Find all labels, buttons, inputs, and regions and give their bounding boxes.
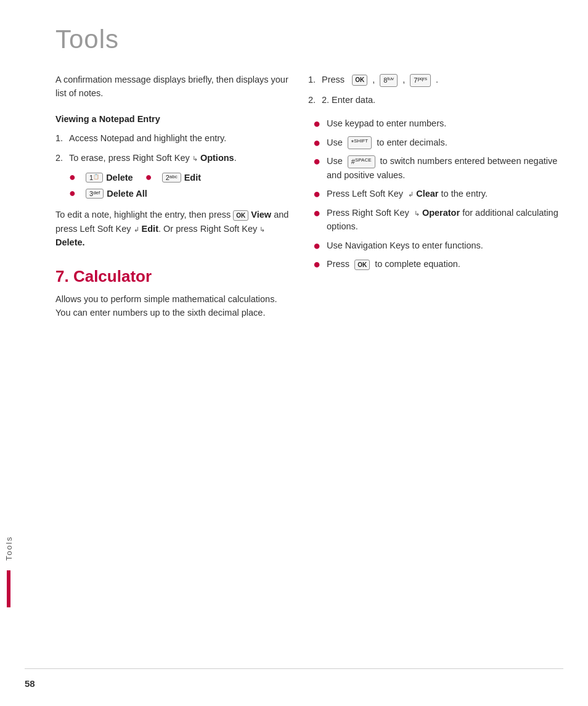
bullet-ok: ● Press OK to complete equation. bbox=[313, 257, 563, 271]
delete-label: Delete bbox=[106, 173, 133, 183]
bullet-keypad-text: Use keypad to enter numbers. bbox=[327, 117, 446, 130]
viewing-heading: Viewing a Notepad Entry bbox=[55, 114, 290, 124]
bottom-divider bbox=[25, 668, 563, 669]
step-2: 2. To erase, press Right Soft Key ↳ Opti… bbox=[55, 151, 290, 165]
step-1-text: Access Notepad and highlight the entry. bbox=[69, 131, 290, 145]
left-softkey-icon-edit: ↲ bbox=[134, 224, 139, 235]
right-softkey-icon: ↳ bbox=[192, 154, 198, 164]
view-label: View bbox=[251, 210, 271, 220]
page-container: Tools Tools A confirmation message displ… bbox=[0, 0, 588, 706]
option-edit: ● 2abc Edit bbox=[145, 171, 201, 184]
right-steps-list: 1. Press OK , 8tuv , 7pqrs . 2. bbox=[308, 73, 563, 107]
key-1: 1📋 bbox=[86, 173, 103, 183]
key-8tuv: 8tuv bbox=[380, 74, 398, 87]
step-1: 1. Access Notepad and highlight the entr… bbox=[55, 131, 290, 145]
bullet-dot-5: ● bbox=[313, 206, 322, 220]
intro-text: A confirmation message displays briefly,… bbox=[55, 73, 290, 101]
bullet-dot-7: ● bbox=[313, 257, 322, 271]
bullet-shift-text: Use *SHIFT to enter decimals. bbox=[327, 136, 447, 150]
key-3def: 3def bbox=[86, 189, 104, 199]
right-step-1: 1. Press OK , 8tuv , 7pqrs . bbox=[308, 73, 563, 87]
right-step-1-num: 1. bbox=[308, 73, 322, 87]
ok-key-1: OK bbox=[352, 75, 367, 86]
options-label: Options bbox=[200, 153, 234, 163]
right-softkey-icon-del: ↳ bbox=[259, 224, 265, 235]
delete-inline-label: Delete. bbox=[55, 237, 85, 247]
bullet-dot-delete-all: ● bbox=[69, 187, 78, 200]
bullet-clear: ● Press Left Soft Key ↲ Clear to the ent… bbox=[313, 187, 563, 200]
bullet-ok-text: Press OK to complete equation. bbox=[327, 257, 460, 271]
step-2-text: To erase, press Right Soft Key ↳ Options… bbox=[69, 151, 290, 165]
ok-key-view: OK bbox=[233, 210, 248, 221]
right-step-2-text: 2. Enter data. bbox=[322, 93, 563, 107]
right-step-2-num: 2. bbox=[308, 93, 322, 107]
right-step-1-content: Press OK , 8tuv , 7pqrs . bbox=[322, 73, 563, 87]
edit-note-para: To edit a note, highlight the entry, the… bbox=[55, 208, 290, 249]
left-softkey-icon-clear: ↲ bbox=[408, 189, 414, 200]
bullet-operator: ● Press Right Soft Key ↳ Operator for ad… bbox=[313, 206, 563, 234]
bullet-operator-text: Press Right Soft Key ↳ Operator for addi… bbox=[327, 206, 563, 234]
sidebar-bar bbox=[7, 570, 10, 607]
ok-key-complete: OK bbox=[354, 260, 370, 271]
bullet-dot-4: ● bbox=[313, 187, 322, 200]
delete-all-label: Delete All bbox=[107, 189, 147, 199]
key-2abc: 2abc bbox=[162, 173, 181, 183]
bullet-shift: ● Use *SHIFT to enter decimals. bbox=[313, 136, 563, 150]
bullet-dot-delete: ● bbox=[69, 171, 78, 184]
bullet-clear-text: Press Left Soft Key ↲ Clear to the entry… bbox=[327, 187, 488, 200]
sub-options: ● 1📋 Delete ● 2abc Edit ● 3def Delete Al… bbox=[69, 171, 290, 200]
key-space: #SPACE bbox=[348, 155, 375, 168]
key-7pqrs: 7pqrs bbox=[410, 74, 431, 87]
option-delete-all: ● 3def Delete All bbox=[69, 187, 147, 200]
bullet-space-text: Use #SPACE to switch numbers entered bet… bbox=[327, 154, 563, 182]
bullet-space: ● Use #SPACE to switch numbers entered b… bbox=[313, 154, 563, 182]
edit-label: Edit bbox=[184, 173, 201, 183]
bullet-nav-text: Use Navigation Keys to enter functions. bbox=[327, 239, 483, 252]
operator-label: Operator bbox=[422, 208, 460, 218]
clear-label: Clear bbox=[416, 189, 438, 199]
page-title: Tools bbox=[55, 25, 563, 54]
page-number: 58 bbox=[25, 678, 35, 689]
right-bullet-list: ● Use keypad to enter numbers. ● Use *SH… bbox=[313, 117, 563, 271]
option-delete: ● 1📋 Delete bbox=[69, 171, 133, 184]
right-step-2: 2. 2. Enter data. bbox=[308, 93, 563, 107]
bullet-dot-2: ● bbox=[313, 136, 322, 149]
two-column-layout: A confirmation message displays briefly,… bbox=[55, 73, 563, 320]
bullet-nav: ● Use Navigation Keys to enter functions… bbox=[313, 239, 563, 252]
bullet-dot-3: ● bbox=[313, 154, 322, 168]
sidebar-label: Tools bbox=[4, 536, 14, 560]
bullet-keypad: ● Use keypad to enter numbers. bbox=[313, 117, 563, 130]
bullet-dot-edit: ● bbox=[145, 171, 154, 184]
steps-list: 1. Access Notepad and highlight the entr… bbox=[55, 131, 290, 165]
calc-heading: 7. Calculator bbox=[55, 267, 290, 286]
calc-desc: Allows you to perform simple mathematica… bbox=[55, 292, 290, 320]
bullet-dot-6: ● bbox=[313, 239, 322, 252]
sidebar-tab: Tools bbox=[0, 0, 17, 706]
right-softkey-icon-op: ↳ bbox=[414, 208, 420, 219]
bullet-dot-1: ● bbox=[313, 117, 322, 130]
step-2-num: 2. bbox=[55, 151, 69, 165]
main-content: Tools A confirmation message displays br… bbox=[25, 0, 588, 706]
edit-inline-label: Edit bbox=[142, 224, 158, 234]
right-column: 1. Press OK , 8tuv , 7pqrs . 2. bbox=[308, 73, 563, 320]
step-1-num: 1. bbox=[55, 131, 69, 145]
key-shift: *SHIFT bbox=[348, 136, 372, 149]
left-column: A confirmation message displays briefly,… bbox=[55, 73, 290, 320]
